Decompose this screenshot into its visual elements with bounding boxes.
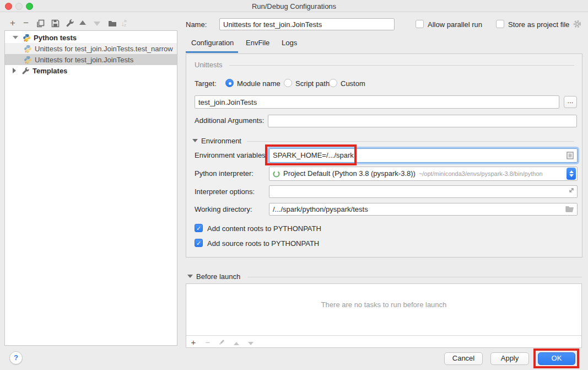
conda-env-icon xyxy=(273,170,280,178)
python-interpreter-label: Python interpreter: xyxy=(195,169,253,178)
move-task-up-icon[interactable] xyxy=(229,337,244,347)
title-bar: Run/Debug Configurations xyxy=(0,0,588,12)
move-up-icon[interactable] xyxy=(79,20,86,25)
environment-section-title[interactable]: Environment xyxy=(201,137,241,146)
save-configuration-icon[interactable] xyxy=(50,18,60,28)
target-script-path-radio[interactable] xyxy=(284,79,292,87)
remove-task-icon[interactable]: − xyxy=(201,337,215,347)
python-tests-icon xyxy=(23,34,31,42)
python-test-config-icon xyxy=(24,45,32,53)
tree-item-unittests-narrow[interactable]: Unittests for test_join.JoinTests.test_n… xyxy=(5,43,177,54)
store-as-project-file-label: Store as project file xyxy=(508,20,569,29)
chevron-right-icon[interactable] xyxy=(13,68,16,73)
ok-button-annotation-box xyxy=(533,348,579,368)
edit-env-vars-icon[interactable] xyxy=(567,152,574,159)
tab-envfile[interactable]: EnvFile xyxy=(246,39,269,51)
before-launch-section-title[interactable]: Before launch xyxy=(196,272,240,281)
target-module-name-radio[interactable] xyxy=(225,79,234,87)
add-source-roots-checkbox[interactable]: ✓ xyxy=(195,239,203,247)
add-content-roots-checkbox[interactable]: ✓ xyxy=(195,224,203,232)
edit-task-pencil-icon[interactable] xyxy=(215,337,229,347)
expand-field-icon[interactable] xyxy=(568,187,575,194)
python-interpreter-select[interactable]: Project Default (Python 3.8 (pyspark-3.8… xyxy=(269,167,578,181)
section-divider xyxy=(247,141,574,142)
interpreter-options-label: Interpreter options: xyxy=(195,187,255,196)
environment-variables-label: Environment variables: xyxy=(195,151,267,160)
target-module-name-label: Module name xyxy=(237,79,280,88)
templates-wrench-icon xyxy=(21,67,30,75)
target-script-path-label: Script path xyxy=(295,79,330,88)
unittests-group-panel: Unittests Target: Module name Script pat… xyxy=(186,53,582,258)
allow-parallel-run-checkbox[interactable] xyxy=(416,20,424,28)
section-divider xyxy=(247,277,582,277)
section-divider xyxy=(229,65,574,66)
window-title: Run/Debug Configurations xyxy=(0,2,588,10)
edit-templates-wrench-icon[interactable] xyxy=(65,18,75,28)
help-button[interactable]: ? xyxy=(9,351,23,364)
tree-item-label: Unittests for test_join.JoinTests xyxy=(35,56,133,64)
unittests-section-title: Unittests xyxy=(195,61,223,69)
tree-item-templates[interactable]: Templates xyxy=(5,65,177,76)
interpreter-options-input[interactable] xyxy=(269,185,578,198)
chevron-down-icon[interactable] xyxy=(13,36,18,39)
target-label: Target: xyxy=(195,79,217,88)
store-as-project-file-checkbox[interactable] xyxy=(496,20,504,28)
store-settings-gear-icon[interactable] xyxy=(573,19,582,29)
browse-folder-icon[interactable] xyxy=(565,205,574,212)
interpreter-value: Project Default (Python 3.8 (pyspark-3.8… xyxy=(283,168,416,179)
browse-target-button[interactable]: ... xyxy=(564,96,577,108)
env-vars-annotation-box xyxy=(265,144,357,165)
move-task-down-icon[interactable] xyxy=(244,337,258,347)
interpreter-path: ~/opt/miniconda3/envs/pyspark-3.8/bin/py… xyxy=(419,168,563,179)
working-directory-label: Working directory: xyxy=(195,205,252,214)
python-test-config-icon xyxy=(24,56,32,64)
target-input[interactable]: test_join.JoinTests xyxy=(195,95,559,109)
add-source-roots-label: Add source roots to PYTHONPATH xyxy=(207,239,319,248)
before-launch-task-list: There are no tasks to run before launch … xyxy=(186,283,582,348)
tree-item-label: Templates xyxy=(33,67,67,75)
allow-parallel-run-label: Allow parallel run xyxy=(428,20,482,29)
move-down-icon[interactable] xyxy=(94,20,100,26)
target-custom-label: Custom xyxy=(341,79,365,88)
environment-collapse-icon[interactable] xyxy=(192,139,198,142)
add-task-icon[interactable]: + xyxy=(186,337,201,347)
before-launch-collapse-icon[interactable] xyxy=(187,275,193,278)
add-content-roots-label: Add content roots to PYTHONPATH xyxy=(207,224,321,233)
active-tab-underline xyxy=(186,51,238,53)
cancel-button[interactable]: Cancel xyxy=(444,352,483,365)
sort-configurations-icon[interactable]: ↓az xyxy=(118,18,128,28)
additional-arguments-label: Additional Arguments: xyxy=(195,116,264,125)
tab-configuration[interactable]: Configuration xyxy=(191,39,234,51)
apply-button[interactable]: Apply xyxy=(490,352,529,365)
add-configuration-button[interactable]: + xyxy=(8,18,18,28)
tab-logs[interactable]: Logs xyxy=(282,39,297,51)
name-label: Name: xyxy=(186,20,207,29)
configurations-tree: Python tests Unittests for test_join.Joi… xyxy=(4,30,177,346)
tree-item-label: Python tests xyxy=(34,34,77,42)
before-launch-empty-message: There are no tasks to run before launch xyxy=(186,301,581,309)
target-custom-radio[interactable] xyxy=(329,79,337,87)
new-folder-icon[interactable] xyxy=(107,18,117,28)
remove-configuration-button[interactable]: − xyxy=(21,18,31,28)
tree-item-unittests-jointests[interactable]: Unittests for test_join.JoinTests xyxy=(5,54,177,65)
additional-arguments-input[interactable] xyxy=(268,115,577,127)
working-directory-input[interactable]: /.../spark/python/pyspark/tests xyxy=(269,203,578,216)
interpreter-dropdown-arrows-icon[interactable] xyxy=(567,168,576,180)
name-input[interactable]: Unittests for test_join.JoinTests xyxy=(219,18,395,30)
copy-configuration-icon[interactable] xyxy=(35,18,45,28)
tree-item-label: Unittests for test_join.JoinTests.test_n… xyxy=(35,45,173,53)
tree-item-python-tests[interactable]: Python tests xyxy=(5,32,177,43)
before-launch-toolbar: + − xyxy=(186,335,581,348)
